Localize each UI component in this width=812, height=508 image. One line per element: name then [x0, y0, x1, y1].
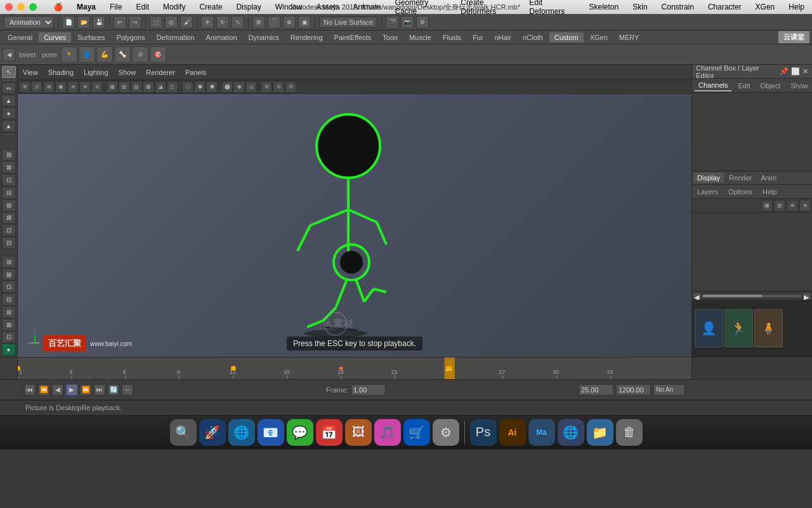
undo-icon[interactable]: ↩ [114, 16, 126, 29]
vp-icon-6[interactable]: ⊗ [79, 81, 91, 93]
step-forward-btn[interactable]: ⏩ [80, 384, 91, 396]
paint-select-icon[interactable]: 🖌 [180, 16, 193, 29]
open-icon[interactable]: 📂 [77, 16, 90, 29]
dock-system-prefs[interactable]: ⚙ [433, 419, 459, 446]
vp-icon-22[interactable]: ⚙ [285, 81, 296, 93]
scroll-right-btn[interactable]: ▶ [803, 293, 811, 299]
redo-icon[interactable]: ↪ [129, 16, 141, 29]
shelf-pose-label[interactable]: pose [39, 51, 60, 58]
tool-6[interactable]: ⊠ [2, 212, 16, 224]
character-menu[interactable]: Character [705, 3, 744, 11]
vp-icon-17[interactable]: ⬤ [221, 81, 233, 93]
snap-grid-icon[interactable]: ⊞ [252, 16, 265, 29]
shelf-nhair[interactable]: nHair [490, 32, 516, 43]
tool-2[interactable]: ⊠ [2, 161, 16, 173]
dock-photos[interactable]: 🖼 [345, 419, 372, 446]
edit-deformers-menu[interactable]: Edit Deformers [527, 0, 577, 16]
shelf-tweet-label[interactable]: tweet [16, 51, 38, 58]
current-frame-input[interactable] [351, 384, 386, 396]
go-to-start-btn[interactable]: ⏮ [24, 384, 36, 396]
scroll-thumb[interactable] [703, 295, 762, 297]
skin-menu[interactable]: Skin [630, 3, 650, 11]
loop-btn[interactable]: 🔄 [108, 384, 119, 396]
dock-finder2[interactable]: 📁 [587, 419, 613, 446]
render-settings-icon[interactable]: ⚙ [416, 16, 429, 29]
shelf-rendering[interactable]: Rendering [285, 32, 328, 43]
scroll-left-btn[interactable]: ◀ [693, 293, 701, 299]
tool-8[interactable]: ⊟ [2, 237, 16, 249]
shelf-scroll-left[interactable]: ◀ [3, 48, 15, 61]
new-scene-icon[interactable]: 📄 [62, 16, 75, 29]
vp-icon-3[interactable]: ⊠ [43, 81, 55, 93]
apple-menu[interactable]: 🍎 [51, 3, 65, 11]
dock-messages[interactable]: 💬 [287, 419, 313, 446]
vp-icon-5[interactable]: ⊕ [67, 81, 79, 93]
vp-icon-14[interactable]: ⬡ [182, 81, 193, 93]
show-tab[interactable]: Show [787, 81, 812, 91]
shelf-fluids[interactable]: Fluids [438, 32, 466, 43]
show-menu[interactable]: Show [116, 69, 139, 76]
dock-mail[interactable]: 📧 [258, 419, 284, 446]
lasso-icon[interactable]: ◎ [165, 16, 178, 29]
timeline-ruler[interactable]: 1 3 6 9 12 15 18 21 24 27 30 [18, 358, 691, 379]
xgen-menu[interactable]: XGen [753, 3, 778, 11]
dock-illustrator[interactable]: Ai [499, 419, 526, 446]
shelf-animation[interactable]: Animation [201, 32, 242, 43]
vp-icon-21[interactable]: ⚙ [273, 81, 284, 93]
tool-11[interactable]: ⊡ [2, 281, 16, 293]
shelf-general[interactable]: General [3, 32, 37, 43]
vp-icon-18[interactable]: ◉ [233, 81, 245, 93]
vp-icon-10[interactable]: ▨ [131, 81, 142, 93]
layer-icon-2[interactable]: ▧ [774, 200, 785, 211]
go-to-end-btn[interactable]: ⏭ [94, 384, 105, 396]
rotate-icon[interactable]: ↻ [216, 16, 229, 29]
tool-10[interactable]: ⊠ [2, 269, 16, 281]
vp-icon-8[interactable]: ▦ [107, 81, 118, 93]
shelf-item-4[interactable]: 🦴 [114, 46, 131, 63]
snap-point-icon[interactable]: ⊕ [283, 16, 296, 29]
end-frame-input[interactable] [616, 384, 651, 396]
create-menu[interactable]: Create [197, 3, 225, 11]
dock-safari[interactable]: 🌐 [228, 419, 255, 446]
window-controls[interactable] [5, 3, 38, 11]
thumb-1[interactable]: 👤 [695, 309, 723, 347]
shelf-item-2[interactable]: 👤 [79, 46, 95, 63]
object-tab[interactable]: Object [756, 81, 784, 91]
dock-itunes[interactable]: 🎵 [374, 419, 401, 446]
dock-trash[interactable]: 🗑 [616, 419, 643, 446]
shelf-mery[interactable]: MERY [614, 32, 645, 43]
sculpt-tool[interactable]: ▲ [2, 95, 16, 107]
select-icon[interactable]: ⬚ [150, 16, 162, 29]
dock-finder[interactable]: 🔍 [170, 419, 197, 446]
scale-icon[interactable]: ⤡ [232, 16, 244, 29]
dock-calendar[interactable]: 📅 [316, 419, 343, 446]
tool-5[interactable]: ⊞ [2, 199, 16, 211]
vp-icon-11[interactable]: ▩ [143, 81, 154, 93]
save-icon[interactable]: 💾 [93, 16, 105, 29]
scroll-track[interactable] [702, 294, 802, 298]
shelf-item-3[interactable]: 💪 [96, 46, 113, 63]
vp-icon-1[interactable]: ⊞ [19, 81, 30, 93]
modify-menu[interactable]: Modify [160, 3, 188, 11]
ipr-icon[interactable]: 📷 [401, 16, 414, 29]
move-icon[interactable]: ✛ [201, 16, 214, 29]
shelf-item-5[interactable]: ⚙ [132, 46, 148, 63]
pin-icon[interactable]: 📌 [780, 67, 789, 76]
close-button[interactable] [5, 3, 13, 11]
play-back-btn[interactable]: ◀ [52, 384, 63, 396]
dock-browser1[interactable]: 🌐 [558, 419, 584, 446]
shading-menu[interactable]: Shading [46, 69, 76, 76]
shelf-surfaces[interactable]: Surfaces [72, 32, 110, 43]
vp-icon-9[interactable]: ▧ [119, 81, 130, 93]
maximize-icon[interactable]: ⬜ [791, 67, 800, 76]
shelf-polygons[interactable]: Polygons [111, 32, 150, 43]
tool-16[interactable]: ● [2, 344, 16, 356]
vp-icon-19[interactable]: ◎ [246, 81, 257, 93]
close-panel-icon[interactable]: ✕ [802, 67, 808, 76]
minimize-button[interactable] [17, 3, 25, 11]
layer-icon-4[interactable]: ⊗ [799, 200, 811, 211]
panels-menu[interactable]: Panels [183, 69, 209, 76]
edit-tab[interactable]: Edit [734, 81, 754, 91]
paint-tool[interactable]: ✏ [2, 83, 16, 95]
shelf-dynamics[interactable]: Dynamics [244, 32, 284, 43]
